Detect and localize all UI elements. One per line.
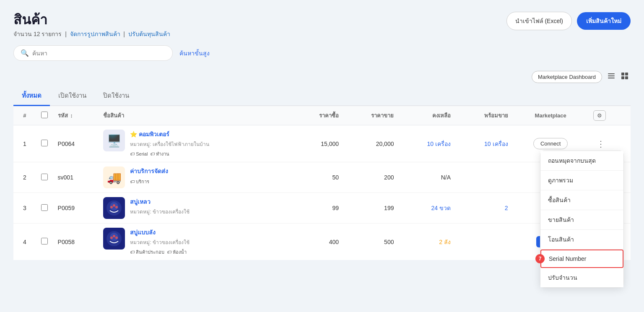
- product-name: สบู่เหลว: [130, 197, 190, 206]
- svg-point-15: [113, 235, 115, 237]
- product-name: ค่าบริการจัดส่ง: [130, 166, 168, 176]
- row-num: 3: [13, 193, 36, 224]
- marketplace-dashboard-button[interactable]: Marketplace Dashboard: [532, 71, 602, 83]
- ready-link[interactable]: 2: [505, 205, 508, 211]
- product-info: สบู่แบบลัง หมวดหมู่: ข้าวของเครื่องใช้ 🏷…: [103, 228, 288, 256]
- dropdown-item-adjust[interactable]: ปรับจำนวน: [540, 268, 623, 287]
- manage-images-link[interactable]: จัดการรูปภาพสินค้า: [70, 31, 120, 37]
- tab-active[interactable]: เปิดใช้งาน: [50, 86, 95, 106]
- grid-view-button[interactable]: [619, 71, 631, 83]
- tag-icon: 🏷: [167, 250, 171, 255]
- col-sell-price: ราคาขาย: [344, 106, 399, 125]
- row-more: ⋮ ถอนหมุดจากบนสุด ดูภาพรวม ซื้อสินค้า ขา…: [588, 125, 631, 162]
- page-title: สินค้า: [13, 12, 170, 28]
- product-info: 🚚 ค่าบริการจัดส่ง 🏷 บริการ: [103, 166, 288, 188]
- tag-icon: 🏷: [150, 151, 155, 156]
- select-all-checkbox[interactable]: [41, 112, 48, 118]
- row-code: sv001: [53, 162, 99, 193]
- row-ready: [456, 162, 513, 193]
- row-checkbox[interactable]: [41, 238, 48, 244]
- page-header: สินค้า จำนวน 12 รายการ | จัดการรูปภาพสิน…: [13, 12, 631, 39]
- dropdown-item-unpin[interactable]: ถอนหมุดจากบนสุด: [540, 151, 623, 171]
- more-options-button[interactable]: ⋮: [593, 137, 608, 151]
- table-header-row: # รหัส ↕ ชื่อสินค้า ราคาซื้อ ราคาขาย คงเ…: [13, 106, 631, 125]
- search-box: 🔍: [13, 45, 173, 61]
- row-stock: 2 ลัง: [399, 224, 456, 260]
- tab-inactive[interactable]: ปิดใช้งาน: [95, 86, 138, 106]
- row-num: 1: [13, 125, 36, 162]
- product-info: สบู่เหลว หมวดหมู่: ข้าวของเครื่องใช้: [103, 197, 288, 219]
- header-left: สินค้า จำนวน 12 รายการ | จัดการรูปภาพสิน…: [13, 12, 170, 39]
- svg-rect-6: [625, 76, 628, 79]
- stock-link[interactable]: 10 เครื่อง: [427, 140, 451, 147]
- dropdown-item-overview[interactable]: ดูภาพรวม: [540, 171, 623, 190]
- product-name-link[interactable]: สบู่เหลว: [130, 198, 151, 205]
- tag-service: 🏷 บริการ: [130, 178, 149, 185]
- product-name-link[interactable]: สบู่แบบลัง: [130, 229, 156, 236]
- row-checkbox[interactable]: [41, 204, 48, 211]
- column-settings-button[interactable]: ⚙: [593, 110, 606, 121]
- add-product-button[interactable]: เพิ่มสินค้าใหม่: [577, 12, 631, 30]
- view-icons: [605, 71, 631, 83]
- dropdown-item-sell[interactable]: ขายสินค้า: [540, 210, 623, 230]
- main-page: สินค้า จำนวน 12 รายการ | จัดการรูปภาพสิน…: [0, 0, 644, 312]
- list-view-button[interactable]: [605, 71, 617, 83]
- col-checkbox: [36, 106, 53, 125]
- row-stock: 10 เครื่อง: [399, 125, 456, 162]
- advanced-search-link[interactable]: ค้นหาขั้นสูง: [179, 49, 210, 58]
- svg-point-10: [113, 204, 115, 207]
- tabs: ทั้งหมด เปิดใช้งาน ปิดใช้งาน: [13, 86, 631, 106]
- row-checkbox[interactable]: [41, 140, 48, 146]
- product-image: 🚚: [103, 166, 125, 188]
- col-num: #: [13, 106, 36, 125]
- row-buy-price: 400: [293, 224, 344, 260]
- col-stock: คงเหลือ: [399, 106, 456, 125]
- search-input[interactable]: [32, 50, 166, 57]
- row-buy-price: 99: [293, 193, 344, 224]
- tag-bathroom: 🏷 ห้องน้ำ: [167, 248, 187, 256]
- item-count: จำนวน 12 รายการ: [13, 31, 62, 37]
- stock-link[interactable]: 24 ขวด: [431, 205, 451, 211]
- product-name: ⭐ คอมพิวเตอร์: [130, 130, 209, 139]
- row-buy-price: 50: [293, 162, 344, 193]
- product-name: สบู่แบบลัง: [130, 228, 190, 237]
- product-table: # รหัส ↕ ชื่อสินค้า ราคาซื้อ ราคาขาย คงเ…: [13, 106, 631, 260]
- adjust-cost-link[interactable]: ปรับต้นทุนสินค้า: [128, 31, 170, 37]
- svg-rect-3: [621, 73, 624, 75]
- product-name-link[interactable]: คอมพิวเตอร์: [139, 131, 169, 138]
- dropdown-item-serial[interactable]: 7 Serial Number: [540, 250, 623, 268]
- row-code: P0058: [53, 224, 99, 260]
- tag-work: 🏷 ทำงาน: [150, 150, 169, 158]
- col-code: รหัส ↕: [53, 106, 99, 125]
- product-info: 🖥️ ⭐ คอมพิวเตอร์ หมวดหมู่: เครื่องใช้ไฟฟ…: [103, 130, 288, 158]
- connect-button[interactable]: Connect: [533, 138, 568, 149]
- product-details: ค่าบริการจัดส่ง 🏷 บริการ: [130, 166, 168, 185]
- row-checkbox-cell: [36, 224, 53, 260]
- ready-link[interactable]: 10 เครื่อง: [484, 140, 508, 147]
- row-ready: 2: [456, 193, 513, 224]
- row-code: P0064: [53, 125, 99, 162]
- row-num: 2: [13, 162, 36, 193]
- product-tags: 🏷 Serial 🏷 ทำงาน: [130, 150, 209, 158]
- row-product-info: 🖥️ ⭐ คอมพิวเตอร์ หมวดหมู่: เครื่องใช้ไฟฟ…: [98, 125, 293, 162]
- sort-icon[interactable]: ↕: [70, 112, 73, 119]
- row-checkbox-cell: [36, 193, 53, 224]
- stock-link[interactable]: 2 ลัง: [439, 239, 451, 245]
- row-sell-price: 20,000: [344, 125, 399, 162]
- product-image: 🖥️: [103, 130, 125, 151]
- col-buy-price: ราคาซื้อ: [293, 106, 344, 125]
- tag-serial: 🏷 Serial: [130, 150, 148, 158]
- svg-rect-2: [608, 78, 615, 78]
- dropdown-menu: ถอนหมุดจากบนสุด ดูภาพรวม ซื้อสินค้า ขายส…: [540, 151, 624, 288]
- tab-all[interactable]: ทั้งหมด: [13, 86, 50, 106]
- row-product-info: 🚚 ค่าบริการจัดส่ง 🏷 บริการ: [98, 162, 293, 193]
- search-row: 🔍 ค้นหาขั้นสูง: [13, 45, 631, 61]
- product-name-link[interactable]: ค่าบริการจัดส่ง: [130, 168, 168, 174]
- dropdown-item-buy[interactable]: ซื้อสินค้า: [540, 190, 623, 210]
- import-button[interactable]: นำเข้าไฟล์ (Excel): [506, 12, 572, 30]
- row-checkbox[interactable]: [41, 174, 48, 180]
- dropdown-item-transfer[interactable]: โอนสินค้า: [540, 230, 623, 250]
- row-product-info: สบู่แบบลัง หมวดหมู่: ข้าวของเครื่องใช้ 🏷…: [98, 224, 293, 260]
- product-details: ⭐ คอมพิวเตอร์ หมวดหมู่: เครื่องใช้ไฟฟ้าภ…: [130, 130, 209, 158]
- col-name: ชื่อสินค้า: [98, 106, 293, 125]
